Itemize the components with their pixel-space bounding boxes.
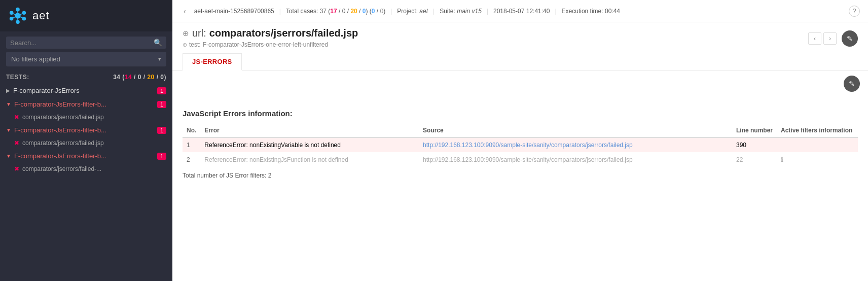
test-group: ▶ F-comparator-JsErrors 1 — [0, 84, 172, 97]
table-row: 2 ReferenceError: nonExistingJsFunction … — [183, 152, 858, 167]
row-line: 390 — [732, 137, 777, 152]
error-icon: ✖ — [14, 139, 19, 147]
group-name: F-comparator-JsErrors-filter-b... — [14, 152, 157, 160]
test-group: ▼ F-comparator-JsErrors-filter-b... 1 ✖ … — [0, 149, 172, 175]
content-area: ✎ JavaScript Errors information: No. Err… — [172, 71, 868, 281]
group-name: F-comparator-JsErrors-filter-b... — [14, 100, 157, 108]
main-content: ‹ aet-aet-main-1525689700865 | Total cas… — [172, 0, 868, 281]
error-icon: ✖ — [14, 165, 19, 172]
filter-label: No filters applied — [11, 55, 60, 63]
nav-prev-button[interactable]: ‹ — [808, 32, 821, 45]
comment-button-2[interactable]: ✎ — [844, 76, 860, 92]
list-item[interactable]: ✖ comparators/jserrors/failed.jsp — [0, 111, 172, 123]
error-icon: ✖ — [14, 114, 19, 121]
test-group-header[interactable]: ▼ F-comparator-JsErrors-filter-b... 1 — [0, 97, 172, 111]
col-source: Source — [419, 124, 732, 137]
row-no: 2 — [183, 152, 200, 167]
group-badge: 1 — [157, 153, 166, 160]
tests-label-text: TESTS: — [6, 74, 29, 81]
run-id: aet-aet-main-1525689700865 — [194, 8, 274, 15]
group-badge: 1 — [157, 127, 166, 134]
item-name: comparators/jserrors/failed.jsp — [22, 114, 166, 121]
col-no: No. — [183, 124, 200, 137]
row-error: ReferenceError: nonExistingJsFunction is… — [200, 152, 419, 167]
info-icon: ℹ — [781, 156, 783, 163]
row-filters — [777, 137, 858, 152]
tests-count: 34 (14 / 0 / 20 / 0) — [113, 74, 166, 81]
url-subtitle: ⊕ test: F-comparator-JsErrors-one-error-… — [183, 41, 358, 48]
url-keyword: url: — [192, 27, 206, 39]
test-group: ▼ F-comparator-JsErrors-filter-b... 1 ✖ … — [0, 97, 172, 123]
run-date: 2018-05-07 12:41:40 — [493, 8, 550, 15]
expand-arrow-icon: ▼ — [6, 153, 11, 159]
tab-bar: JS-ERRORS — [183, 53, 858, 70]
logo-icon — [8, 6, 27, 25]
row-source: http://192.168.123.100:9090/sample-site/… — [419, 152, 732, 167]
source-link[interactable]: http://192.168.123.100:9090/sample-site/… — [423, 156, 633, 163]
test-label: test: — [189, 41, 201, 48]
expand-arrow-icon: ▼ — [6, 101, 11, 107]
js-errors-title: JavaScript Errors information: — [183, 109, 858, 118]
list-item[interactable]: ✖ comparators/jserrors/failed-... — [0, 163, 172, 175]
back-arrow-icon[interactable]: ‹ — [180, 6, 189, 16]
search-icon[interactable]: 🔍 — [154, 39, 162, 47]
test-group-header[interactable]: ▼ F-comparator-JsErrors-filter-b... 1 — [0, 149, 172, 163]
test-list: ▶ F-comparator-JsErrors 1 ▼ F-comparator… — [0, 84, 172, 281]
url-value: comparators/jserrors/failed.jsp — [209, 27, 358, 39]
list-item[interactable]: ✖ comparators/jserrors/failed.jsp — [0, 137, 172, 149]
execution-time: Execution time: 00:44 — [562, 8, 620, 15]
url-title: ⊕ url: comparators/jserrors/failed.jsp — [183, 27, 358, 39]
topbar: ‹ aet-aet-main-1525689700865 | Total cas… — [172, 0, 868, 22]
total-cases: Total cases: 37 (17 / 0 / 20 / 0) (0 / 0… — [286, 8, 385, 15]
group-name: F-comparator-JsErrors-filter-b... — [14, 126, 157, 134]
row-error: ReferenceError: nonExistingVariable is n… — [200, 137, 419, 152]
nav-next-button[interactable]: › — [823, 32, 837, 45]
test-group-header[interactable]: ▶ F-comparator-JsErrors 1 — [0, 84, 172, 97]
help-button[interactable]: ? — [849, 6, 860, 17]
source-link[interactable]: http://192.168.123.100:9090/sample-site/… — [423, 142, 633, 149]
search-container: 🔍 — [6, 37, 166, 49]
search-input[interactable] — [10, 39, 154, 47]
row-line: 22 — [732, 152, 777, 167]
item-name: comparators/jserrors/failed.jsp — [22, 139, 166, 147]
test-group: ▼ F-comparator-JsErrors-filter-b... 1 ✖ … — [0, 123, 172, 149]
group-badge: 1 — [157, 101, 166, 108]
expand-arrow-icon: ▼ — [6, 127, 11, 133]
test-group-header[interactable]: ▼ F-comparator-JsErrors-filter-b... 1 — [0, 123, 172, 137]
col-filters: Active filters information — [777, 124, 858, 137]
tests-header: TESTS: 34 (14 / 0 / 20 / 0) — [0, 71, 172, 84]
filter-dropdown[interactable]: No filters applied ▾ — [6, 52, 166, 66]
comment-button[interactable]: ✎ — [842, 30, 858, 47]
row-no: 1 — [183, 137, 200, 152]
expand-arrow-icon: ▶ — [6, 88, 10, 93]
suite: Suite: main v15 — [440, 8, 482, 15]
row-source: http://192.168.123.100:9090/sample-site/… — [419, 137, 732, 152]
url-section: ⊕ url: comparators/jserrors/failed.jsp ⊕… — [172, 22, 868, 71]
app-title: aet — [32, 9, 50, 22]
group-badge: 1 — [157, 87, 166, 94]
row-filters: ℹ — [777, 152, 858, 167]
target-icon: ⊕ — [183, 29, 189, 38]
col-line: Line number — [732, 124, 777, 137]
test-value: F-comparator-JsErrors-one-error-left-unf… — [203, 41, 328, 48]
errors-table: No. Error Source Line number Active filt… — [183, 124, 858, 167]
tab-js-errors[interactable]: JS-ERRORS — [183, 53, 242, 71]
table-row: 1 ReferenceError: nonExistingVariable is… — [183, 137, 858, 152]
project: Project: aet — [397, 8, 428, 15]
js-errors-section: JavaScript Errors information: No. Error… — [172, 101, 868, 187]
target-small-icon: ⊕ — [183, 42, 187, 48]
sidebar-header: aet — [0, 0, 172, 31]
group-name: F-comparator-JsErrors — [13, 87, 157, 94]
chevron-down-icon: ▾ — [158, 56, 161, 62]
sidebar: aet 🔍 No filters applied ▾ TESTS: 34 (14… — [0, 0, 172, 281]
col-error: Error — [200, 124, 419, 137]
total-filters: Total number of JS Error filters: 2 — [183, 172, 858, 179]
svg-point-4 — [22, 11, 26, 15]
item-name: comparators/jserrors/failed-... — [22, 165, 166, 172]
